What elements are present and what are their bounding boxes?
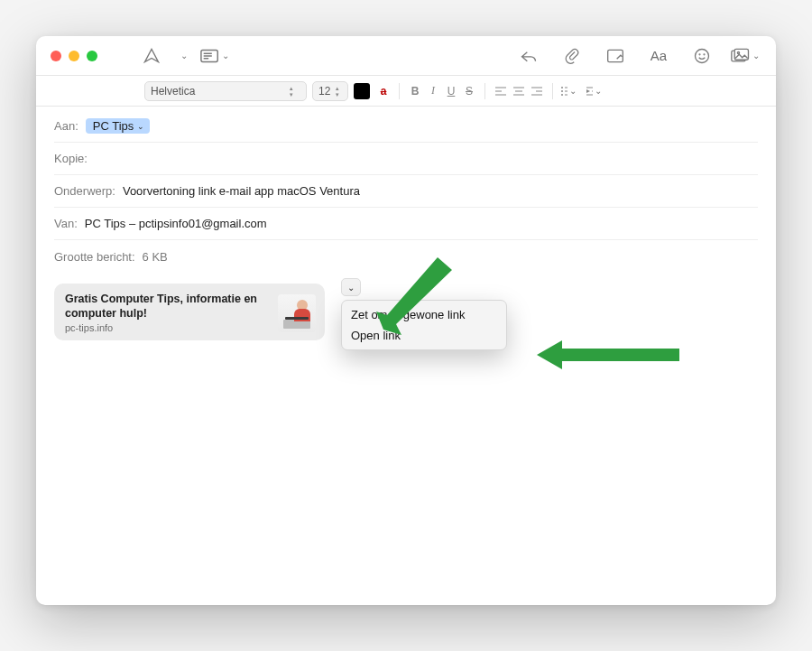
cc-row[interactable]: Kopie: [54, 143, 758, 175]
text-color-swatch[interactable] [354, 83, 370, 99]
svg-point-22 [561, 90, 563, 92]
reply-button[interactable] [512, 43, 545, 69]
svg-point-6 [699, 53, 700, 54]
subject-value: Voorvertoning link e-mail app macOS Vent… [123, 184, 360, 198]
strike-button[interactable]: S [461, 83, 477, 99]
svg-point-7 [704, 53, 705, 54]
send-button[interactable] [135, 43, 168, 69]
format-button[interactable]: Aa [642, 43, 675, 69]
font-family-value: Helvetica [151, 85, 195, 98]
svg-rect-9 [734, 49, 748, 60]
stepper-icon: ▴▾ [290, 85, 300, 98]
titlebar: ⌄ ⌄ Aa ⌄ [36, 36, 776, 76]
emoji-button[interactable] [686, 43, 718, 69]
from-row[interactable]: Van: PC Tips – pctipsinfo01@gmail.com [54, 208, 758, 240]
annotation-arrow-icon [374, 248, 465, 339]
link-preview-domain: pc-tips.info [65, 322, 269, 333]
svg-marker-27 [586, 89, 590, 93]
italic-button[interactable]: I [425, 83, 441, 99]
bold-button[interactable]: B [407, 83, 423, 99]
recipient-chip[interactable]: PC Tips ⌄ [86, 118, 151, 134]
svg-point-5 [696, 49, 709, 62]
from-value: PC Tips – pctipsinfo01@gmail.com [85, 217, 267, 230]
svg-point-24 [561, 94, 563, 96]
header-fields-button[interactable]: ⌄ [198, 43, 231, 69]
svg-marker-30 [376, 257, 452, 335]
zoom-window-button[interactable] [87, 51, 97, 61]
indent-button[interactable]: ⌄ [586, 83, 602, 99]
to-label: Aan: [54, 119, 78, 133]
format-bar: Helvetica ▴▾ 12 ▴▾ a B I U S ⌄ ⌄ [36, 76, 776, 107]
compose-window: ⌄ ⌄ Aa ⌄ [36, 36, 776, 605]
link-preview-dropdown-button[interactable]: ⌄ [341, 278, 361, 296]
from-label: Van: [54, 217, 78, 230]
chevron-down-icon: ⌄ [347, 283, 355, 293]
link-preview-thumbnail [278, 294, 316, 332]
svg-marker-31 [537, 340, 679, 369]
format-label: Aa [651, 48, 667, 63]
size-label: Grootte bericht: [54, 250, 135, 264]
subject-row[interactable]: Onderwerp: Voorvertoning link e-mail app… [54, 175, 758, 208]
stepper-icon: ▴▾ [336, 85, 342, 98]
subject-label: Onderwerp: [54, 184, 115, 198]
divider [552, 83, 553, 99]
font-family-select[interactable]: Helvetica ▴▾ [144, 81, 307, 101]
align-center-button[interactable] [511, 83, 527, 99]
link-preview-title: Gratis Computer Tips, informatie en comp… [65, 293, 269, 321]
align-right-button[interactable] [529, 83, 545, 99]
font-size-value: 12 [318, 85, 330, 98]
divider [484, 83, 485, 99]
underline-button[interactable]: U [443, 83, 459, 99]
to-row[interactable]: Aan: PC Tips ⌄ [54, 110, 758, 143]
window-controls [45, 51, 97, 61]
send-later-dropdown[interactable]: ⌄ [175, 43, 191, 69]
chevron-down-icon: ⌄ [137, 122, 144, 131]
divider [399, 83, 400, 99]
align-left-button[interactable] [493, 83, 509, 99]
svg-point-20 [561, 87, 563, 88]
attachment-button[interactable] [556, 43, 588, 69]
close-window-button[interactable] [51, 51, 61, 61]
list-button[interactable]: ⌄ [560, 83, 577, 99]
recipient-name: PC Tips [93, 119, 134, 133]
cc-label: Kopie: [54, 152, 88, 165]
markup-button[interactable] [599, 43, 632, 69]
minimize-window-button[interactable] [69, 51, 79, 61]
annotation-arrow-icon [537, 337, 681, 373]
media-browser-button[interactable]: ⌄ [729, 43, 761, 69]
size-value: 6 KB [143, 250, 168, 264]
clear-style-button[interactable]: a [375, 83, 392, 99]
font-size-select[interactable]: 12 ▴▾ [312, 81, 348, 101]
link-preview-card[interactable]: Gratis Computer Tips, informatie en comp… [54, 284, 325, 340]
